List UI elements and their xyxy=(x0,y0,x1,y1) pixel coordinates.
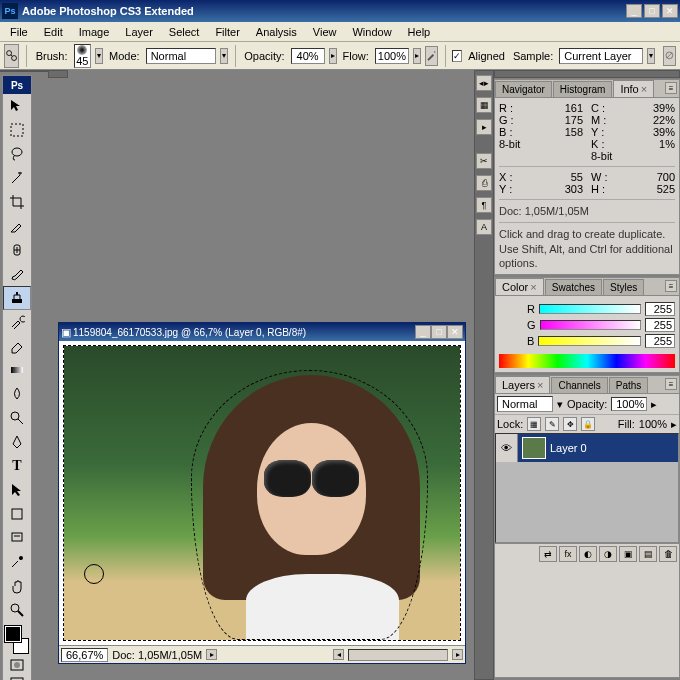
blur-tool[interactable] xyxy=(3,382,31,406)
type-tool[interactable]: T xyxy=(3,454,31,478)
dock-grip[interactable]: ◂▸ xyxy=(476,75,492,91)
menu-analysis[interactable]: Analysis xyxy=(248,24,305,40)
menu-file[interactable]: File xyxy=(2,24,36,40)
dock-icon-1[interactable]: ▦ xyxy=(476,97,492,113)
doc-close-button[interactable]: ✕ xyxy=(447,325,463,339)
tab-channels[interactable]: Channels xyxy=(551,377,607,393)
toolbox-grip[interactable] xyxy=(0,70,48,72)
dock-icon-5[interactable]: ¶ xyxy=(476,197,492,213)
eyedropper-tool[interactable] xyxy=(3,550,31,574)
layer-row[interactable]: 👁 Layer 0 xyxy=(496,434,678,462)
tab-layers[interactable]: Layers× xyxy=(495,376,550,393)
layer-thumbnail[interactable] xyxy=(522,437,546,459)
pen-tool[interactable] xyxy=(3,430,31,454)
screenmode-toggle[interactable] xyxy=(3,674,31,680)
new-layer-icon[interactable]: ▤ xyxy=(639,546,657,562)
dock-icon-6[interactable]: A xyxy=(476,219,492,235)
link-layers-icon[interactable]: ⇄ xyxy=(539,546,557,562)
g-slider[interactable] xyxy=(540,320,641,330)
zoom-tool[interactable] xyxy=(3,598,31,622)
brush-preset-picker[interactable]: 45 xyxy=(74,44,92,68)
layer-blend-arrow[interactable]: ▾ xyxy=(557,398,563,411)
lock-pixels-icon[interactable]: ✎ xyxy=(545,417,559,431)
clone-stamp-tool[interactable] xyxy=(3,286,31,310)
tab-swatches[interactable]: Swatches xyxy=(545,279,602,295)
shape-tool[interactable] xyxy=(3,502,31,526)
b-value[interactable]: 255 xyxy=(645,334,675,348)
crop-tool[interactable] xyxy=(3,190,31,214)
gradient-tool[interactable] xyxy=(3,358,31,382)
eraser-tool[interactable] xyxy=(3,334,31,358)
layers-panel-menu[interactable]: ≡ xyxy=(665,378,677,390)
doc-minimize-button[interactable]: _ xyxy=(415,325,431,339)
scroll-left-arrow[interactable]: ◂ xyxy=(333,649,344,660)
status-popup-arrow[interactable]: ▸ xyxy=(206,649,217,660)
delete-layer-icon[interactable]: 🗑 xyxy=(659,546,677,562)
dock-icon-2[interactable]: ▸ xyxy=(476,119,492,135)
tab-histogram[interactable]: Histogram xyxy=(553,81,613,97)
lock-position-icon[interactable]: ✥ xyxy=(563,417,577,431)
slice-tool[interactable] xyxy=(3,214,31,238)
close-button[interactable]: ✕ xyxy=(662,4,678,18)
layer-group-icon[interactable]: ▣ xyxy=(619,546,637,562)
quickmask-toggle[interactable] xyxy=(3,656,31,674)
canvas-grip[interactable] xyxy=(48,70,68,78)
layer-opacity-field[interactable]: 100% xyxy=(611,397,647,411)
foreground-color-swatch[interactable] xyxy=(5,626,21,642)
notes-tool[interactable] xyxy=(3,526,31,550)
sample-select[interactable]: Current Layer xyxy=(559,48,643,64)
adjustment-layer-icon[interactable]: ◑ xyxy=(599,546,617,562)
move-tool[interactable] xyxy=(3,94,31,118)
layer-mask-icon[interactable]: ◐ xyxy=(579,546,597,562)
hand-tool[interactable] xyxy=(3,574,31,598)
airbrush-icon[interactable] xyxy=(425,46,438,66)
layer-opacity-arrow[interactable]: ▸ xyxy=(651,398,657,411)
info-panel-menu[interactable]: ≡ xyxy=(665,82,677,94)
tab-styles[interactable]: Styles xyxy=(603,279,644,295)
r-slider[interactable] xyxy=(539,304,641,314)
layer-style-icon[interactable]: fx xyxy=(559,546,577,562)
tab-info[interactable]: Info× xyxy=(613,80,654,97)
mode-dropdown-arrow[interactable]: ▾ xyxy=(220,48,228,64)
wand-tool[interactable] xyxy=(3,166,31,190)
color-swatches[interactable] xyxy=(3,624,31,656)
zoom-field[interactable]: 66,67% xyxy=(61,648,108,662)
menu-layer[interactable]: Layer xyxy=(117,24,161,40)
layer-fill-arrow[interactable]: ▸ xyxy=(671,418,677,431)
lock-all-icon[interactable]: 🔒 xyxy=(581,417,595,431)
path-select-tool[interactable] xyxy=(3,478,31,502)
menu-view[interactable]: View xyxy=(305,24,345,40)
maximize-button[interactable]: □ xyxy=(644,4,660,18)
horizontal-scrollbar[interactable] xyxy=(348,649,448,661)
ignore-adjustment-icon[interactable] xyxy=(663,46,676,66)
menu-image[interactable]: Image xyxy=(71,24,118,40)
healing-tool[interactable] xyxy=(3,238,31,262)
color-spectrum[interactable] xyxy=(499,354,675,368)
history-brush-tool[interactable] xyxy=(3,310,31,334)
active-tool-icon[interactable] xyxy=(4,44,19,68)
tab-navigator[interactable]: Navigator xyxy=(495,81,552,97)
sample-arrow[interactable]: ▾ xyxy=(647,48,655,64)
layer-visibility-icon[interactable]: 👁 xyxy=(496,434,518,462)
dodge-tool[interactable] xyxy=(3,406,31,430)
panels-grip[interactable] xyxy=(494,70,680,78)
menu-select[interactable]: Select xyxy=(161,24,208,40)
layer-name[interactable]: Layer 0 xyxy=(550,442,587,454)
document-canvas[interactable] xyxy=(63,345,461,641)
brush-dropdown-arrow[interactable]: ▾ xyxy=(95,48,103,64)
tab-paths[interactable]: Paths xyxy=(609,377,649,393)
lasso-tool[interactable] xyxy=(3,142,31,166)
dock-icon-3[interactable]: ✂ xyxy=(476,153,492,169)
menu-filter[interactable]: Filter xyxy=(207,24,247,40)
brush-tool[interactable] xyxy=(3,262,31,286)
flow-arrow[interactable]: ▸ xyxy=(413,48,421,64)
blend-mode-select[interactable]: Normal xyxy=(146,48,216,64)
aligned-checkbox[interactable]: ✓ xyxy=(452,50,462,62)
menu-edit[interactable]: Edit xyxy=(36,24,71,40)
layer-fill-field[interactable]: 100% xyxy=(639,418,667,430)
menu-window[interactable]: Window xyxy=(344,24,399,40)
lock-transparent-icon[interactable]: ▦ xyxy=(527,417,541,431)
document-titlebar[interactable]: ▣ 1159804_66170533.jpg @ 66,7% (Layer 0,… xyxy=(59,323,465,341)
opacity-arrow[interactable]: ▸ xyxy=(329,48,337,64)
flow-field[interactable]: 100% xyxy=(375,48,409,64)
